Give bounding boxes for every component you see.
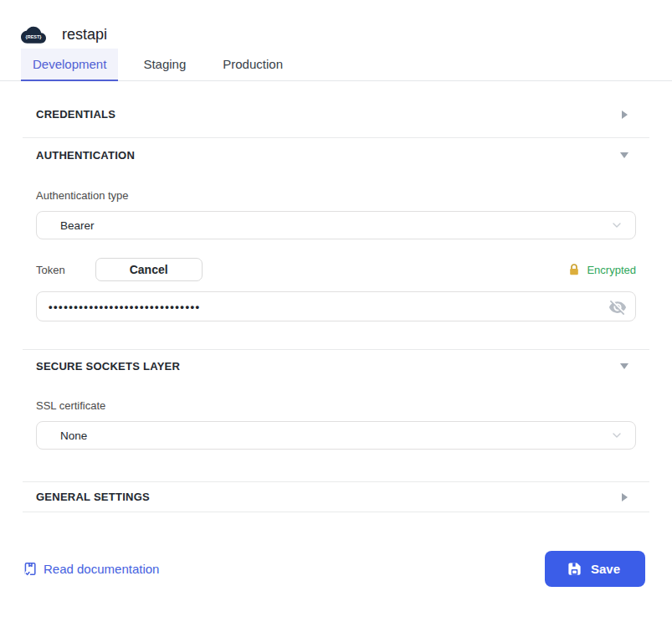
tab-production[interactable]: Production xyxy=(211,49,295,81)
form-footer: Read documentation Save xyxy=(0,551,672,587)
tab-development[interactable]: Development xyxy=(21,49,118,81)
eye-off-icon[interactable] xyxy=(608,297,628,317)
save-button-label: Save xyxy=(591,562,620,576)
section-header-credentials[interactable]: CREDENTIALS xyxy=(36,81,636,137)
encrypted-badge: Encrypted xyxy=(567,263,636,276)
read-documentation-link[interactable]: Read documentation xyxy=(23,561,159,577)
tab-development-label: Development xyxy=(33,57,106,71)
svg-text:{REST}: {REST} xyxy=(26,34,43,39)
section-title-credentials: CREDENTIALS xyxy=(36,108,115,121)
triangle-right-icon xyxy=(619,493,629,501)
triangle-down-icon xyxy=(619,363,629,369)
auth-type-select[interactable]: Bearer xyxy=(36,211,636,239)
doc-check-icon xyxy=(23,561,38,577)
authentication-body: Authentication type Bearer Token Cancel … xyxy=(36,189,636,349)
ssl-cert-label: SSL certificate xyxy=(36,399,636,412)
triangle-right-icon xyxy=(619,111,629,119)
lock-icon xyxy=(567,263,581,276)
auth-type-label: Authentication type xyxy=(36,189,636,202)
rest-cloud-icon: {REST} xyxy=(21,24,46,44)
tab-staging-label: Staging xyxy=(143,57,186,71)
section-header-ssl[interactable]: SECURE SOCKETS LAYER xyxy=(36,350,636,381)
chevron-down-icon xyxy=(610,429,623,442)
ssl-body: SSL certificate None xyxy=(36,399,636,481)
ssl-cert-value: None xyxy=(60,429,87,442)
section-title-general-settings: GENERAL SETTINGS xyxy=(36,491,150,503)
floppy-disk-icon xyxy=(567,561,582,577)
auth-type-value: Bearer xyxy=(60,219,95,232)
chevron-down-icon xyxy=(610,219,623,232)
page-title: restapi xyxy=(62,26,107,44)
token-input-wrap xyxy=(36,291,636,321)
ssl-cert-select[interactable]: None xyxy=(36,421,636,450)
cancel-button[interactable]: Cancel xyxy=(95,258,203,281)
triangle-down-icon xyxy=(619,152,629,158)
token-row-left: Token Cancel xyxy=(36,258,203,281)
form-content: CREDENTIALS AUTHENTICATION Authenticatio… xyxy=(0,81,672,512)
token-label: Token xyxy=(36,264,65,276)
read-documentation-label: Read documentation xyxy=(44,562,159,576)
save-button[interactable]: Save xyxy=(545,551,645,587)
environment-tabbar: Development Staging Production xyxy=(0,49,672,81)
tab-staging[interactable]: Staging xyxy=(131,49,197,81)
section-title-ssl: SECURE SOCKETS LAYER xyxy=(36,360,180,373)
tab-production-label: Production xyxy=(223,57,283,71)
encrypted-badge-label: Encrypted xyxy=(587,264,636,276)
token-row: Token Cancel Encrypted xyxy=(36,258,636,281)
page-header: {REST} restapi xyxy=(0,0,672,49)
token-input[interactable] xyxy=(36,291,636,321)
section-header-general-settings[interactable]: GENERAL SETTINGS xyxy=(36,482,636,512)
section-title-authentication: AUTHENTICATION xyxy=(36,149,135,162)
section-header-authentication[interactable]: AUTHENTICATION xyxy=(36,138,636,171)
divider xyxy=(23,512,649,512)
